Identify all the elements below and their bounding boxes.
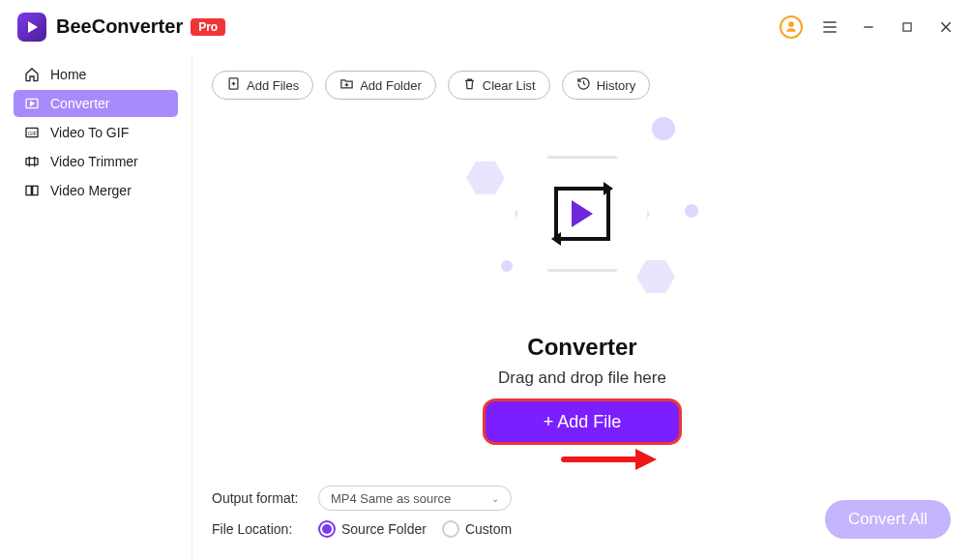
trimmer-icon xyxy=(23,153,41,170)
drop-zone[interactable]: Converter Drag and drop file here + Add … xyxy=(192,82,972,477)
output-format-select[interactable]: MP4 Same as source ⌄ xyxy=(318,486,512,511)
close-icon[interactable] xyxy=(933,15,958,40)
center-title: Converter xyxy=(527,334,636,361)
svg-text:GIF: GIF xyxy=(28,131,38,136)
svg-rect-10 xyxy=(26,159,38,165)
sidebar-item-label: Video Trimmer xyxy=(50,154,138,169)
sidebar-item-gif[interactable]: GIF Video To GIF xyxy=(14,119,178,146)
app-title: BeeConverter xyxy=(56,15,183,38)
sidebar-item-home[interactable]: Home xyxy=(14,61,178,88)
sidebar-item-trimmer[interactable]: Video Trimmer xyxy=(14,148,178,175)
radio-custom[interactable]: Custom xyxy=(442,520,512,538)
sidebar-item-converter[interactable]: Converter xyxy=(14,90,178,117)
radio-icon xyxy=(318,520,336,538)
output-format-label: Output format: xyxy=(212,490,318,506)
maximize-icon[interactable] xyxy=(895,15,920,40)
callout-arrow-icon xyxy=(560,445,657,474)
sidebar-item-label: Home xyxy=(50,67,86,82)
sidebar: Home Converter GIF Video To GIF Video Tr… xyxy=(0,53,191,560)
sidebar-item-merger[interactable]: Video Merger xyxy=(14,177,178,204)
svg-rect-13 xyxy=(26,186,31,194)
chevron-down-icon: ⌄ xyxy=(491,493,499,504)
main-panel: Add Files Add Folder Clear List History xyxy=(191,53,972,560)
merger-icon xyxy=(23,182,41,199)
menu-icon[interactable] xyxy=(817,15,842,40)
add-file-button[interactable]: + Add File xyxy=(486,401,679,442)
sidebar-item-label: Video Merger xyxy=(50,183,132,198)
app-logo xyxy=(17,13,46,42)
pro-badge: Pro xyxy=(191,18,225,36)
center-hint: Drag and drop file here xyxy=(498,368,666,388)
svg-rect-4 xyxy=(903,22,911,30)
radio-source-folder[interactable]: Source Folder xyxy=(318,520,427,538)
svg-marker-21 xyxy=(635,449,657,470)
illustration xyxy=(447,117,718,310)
minimize-icon[interactable] xyxy=(856,15,881,40)
sidebar-item-label: Video To GIF xyxy=(50,125,129,140)
svg-rect-14 xyxy=(33,186,38,194)
titlebar: BeeConverter Pro xyxy=(0,0,972,53)
radio-icon xyxy=(442,520,459,538)
home-icon xyxy=(23,66,41,83)
sidebar-item-label: Converter xyxy=(50,96,109,111)
converter-icon xyxy=(23,95,41,112)
convert-all-button[interactable]: Convert All xyxy=(825,500,951,539)
file-location-label: File Location: xyxy=(212,521,318,537)
gif-icon: GIF xyxy=(23,124,41,141)
account-icon[interactable] xyxy=(779,15,804,40)
